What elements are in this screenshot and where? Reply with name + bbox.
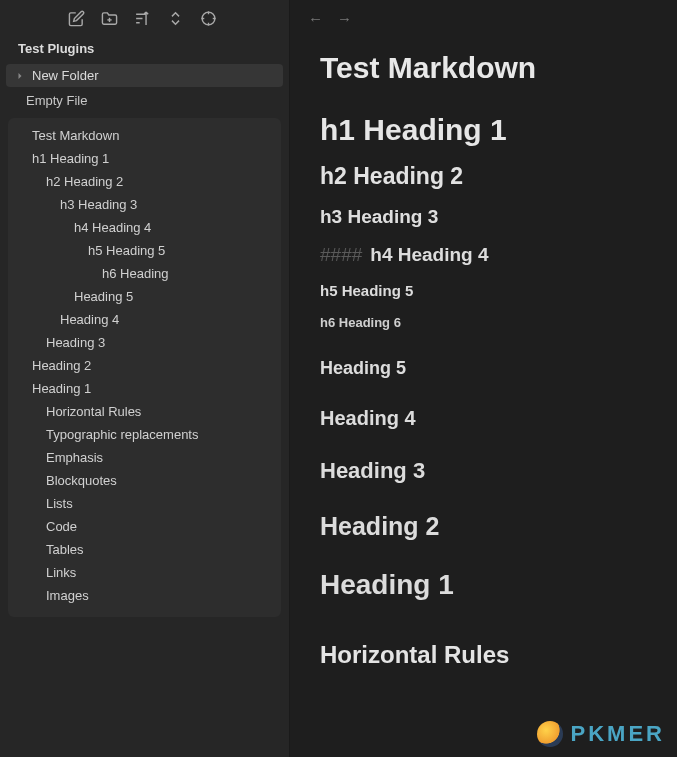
- outline-item[interactable]: Heading 1: [12, 377, 277, 400]
- outline-panel: Test Markdown h1 Heading 1h2 Heading 2h3…: [8, 118, 281, 617]
- section-heading-5: Heading 5: [320, 358, 647, 379]
- collapse-icon[interactable]: [167, 10, 184, 27]
- outline-item[interactable]: Heading 3: [12, 331, 277, 354]
- outline-item[interactable]: h4 Heading 4: [12, 216, 277, 239]
- watermark-text: PKMER: [571, 721, 665, 747]
- outline-title[interactable]: Test Markdown: [12, 124, 277, 147]
- pkmer-logo-icon: [537, 721, 563, 747]
- outline-item[interactable]: Lists: [12, 492, 277, 515]
- watermark: PKMER: [537, 721, 665, 747]
- main-pane: ← → Test Markdown h1 Heading 1 h2 Headin…: [290, 0, 677, 757]
- sort-icon[interactable]: [134, 10, 151, 27]
- vault-title[interactable]: Test Plugins: [0, 37, 289, 62]
- new-folder-icon[interactable]: [101, 10, 118, 27]
- folder-row[interactable]: New Folder: [6, 64, 283, 87]
- nav-forward-icon[interactable]: →: [337, 10, 352, 27]
- outline-item[interactable]: h1 Heading 1: [12, 147, 277, 170]
- outline-item[interactable]: Code: [12, 515, 277, 538]
- outline-item[interactable]: Links: [12, 561, 277, 584]
- main-nav: ← →: [290, 0, 677, 37]
- h4-text: h4 Heading 4: [370, 244, 488, 266]
- page-title: Test Markdown: [320, 51, 647, 85]
- section-heading-4: Heading 4: [320, 407, 647, 430]
- outline-item[interactable]: h2 Heading 2: [12, 170, 277, 193]
- outline-item[interactable]: Blockquotes: [12, 469, 277, 492]
- h4-hashes: ####: [320, 244, 362, 266]
- new-note-icon[interactable]: [68, 10, 85, 27]
- outline-item[interactable]: Tables: [12, 538, 277, 561]
- heading-h4: #### h4 Heading 4: [320, 244, 647, 266]
- outline-item[interactable]: h5 Heading 5: [12, 239, 277, 262]
- chevron-right-icon: [14, 70, 26, 82]
- heading-h3: h3 Heading 3: [320, 206, 647, 228]
- section-heading-2: Heading 2: [320, 512, 647, 541]
- toolbar: [0, 0, 289, 37]
- file-row[interactable]: Empty File: [0, 89, 289, 112]
- heading-h2: h2 Heading 2: [320, 163, 647, 190]
- nav-back-icon[interactable]: ←: [308, 10, 323, 27]
- heading-h5: h5 Heading 5: [320, 282, 647, 299]
- crosshair-icon[interactable]: [200, 10, 217, 27]
- outline-item[interactable]: h3 Heading 3: [12, 193, 277, 216]
- outline-item[interactable]: Horizontal Rules: [12, 400, 277, 423]
- heading-h1: h1 Heading 1: [320, 113, 647, 147]
- section-heading-3: Heading 3: [320, 458, 647, 484]
- outline-item[interactable]: Images: [12, 584, 277, 607]
- outline-item[interactable]: Typographic replacements: [12, 423, 277, 446]
- heading-h6: h6 Heading 6: [320, 315, 647, 330]
- outline-item[interactable]: Emphasis: [12, 446, 277, 469]
- document-content: Test Markdown h1 Heading 1 h2 Heading 2 …: [290, 37, 677, 669]
- outline-item[interactable]: h6 Heading: [12, 262, 277, 285]
- sidebar: Test Plugins New Folder Empty File Test …: [0, 0, 290, 757]
- section-heading-1: Heading 1: [320, 569, 647, 601]
- section-horizontal-rules: Horizontal Rules: [320, 641, 647, 669]
- outline-item[interactable]: Heading 5: [12, 285, 277, 308]
- folder-name: New Folder: [32, 68, 98, 83]
- outline-item[interactable]: Heading 4: [12, 308, 277, 331]
- outline-item[interactable]: Heading 2: [12, 354, 277, 377]
